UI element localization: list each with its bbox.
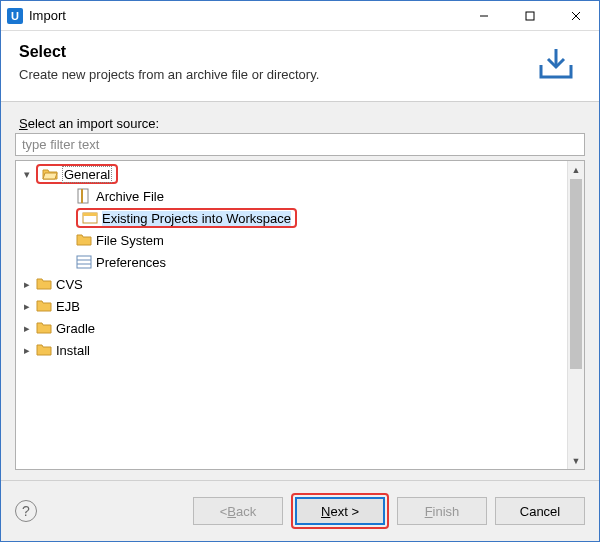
tree-node-ejb[interactable]: ▸ EJB <box>16 295 567 317</box>
folder-icon <box>36 276 52 292</box>
tree-label: Archive File <box>96 189 164 204</box>
tree-label: Install <box>56 343 90 358</box>
tree-label: File System <box>96 233 164 248</box>
highlight-general: General <box>36 164 118 184</box>
minimize-button[interactable] <box>461 1 507 30</box>
folder-icon <box>76 232 92 248</box>
wizard-content: Select an import source: ▾ General · Arc <box>1 102 599 480</box>
tree-label: CVS <box>56 277 83 292</box>
import-source-tree: ▾ General · Archive File · <box>15 160 585 470</box>
tree-label-general: General <box>62 166 112 183</box>
tree-node-existing-projects[interactable]: · Existing Projects into Workspace <box>16 207 567 229</box>
tree-node-gradle[interactable]: ▸ Gradle <box>16 317 567 339</box>
tree-label-existing-projects: Existing Projects into Workspace <box>102 211 291 226</box>
wizard-header: Select Create new projects from an archi… <box>1 31 599 102</box>
scroll-down-icon[interactable]: ▼ <box>568 452 584 469</box>
filter-text-input[interactable] <box>15 133 585 156</box>
next-button[interactable]: Next > <box>295 497 385 525</box>
tree-viewport[interactable]: ▾ General · Archive File · <box>16 161 567 469</box>
window-title: Import <box>29 8 461 23</box>
page-title: Select <box>19 43 521 61</box>
tree-node-cvs[interactable]: ▸ CVS <box>16 273 567 295</box>
maximize-button[interactable] <box>507 1 553 30</box>
tree-label: EJB <box>56 299 80 314</box>
wizard-footer: ? < Back Next > Finish Cancel <box>1 480 599 541</box>
tree-label: Gradle <box>56 321 95 336</box>
svg-rect-8 <box>77 256 91 268</box>
titlebar: U Import <box>1 1 599 31</box>
import-source-label: Select an import source: <box>19 116 581 131</box>
tree-label: Preferences <box>96 255 166 270</box>
import-banner-icon <box>531 43 581 83</box>
help-icon[interactable]: ? <box>15 500 37 522</box>
highlight-next-button: Next > <box>291 493 389 529</box>
tree-node-archive-file[interactable]: · Archive File <box>16 185 567 207</box>
vertical-scrollbar[interactable]: ▲ ▼ <box>567 161 584 469</box>
chevron-right-icon[interactable]: ▸ <box>20 322 34 335</box>
page-description: Create new projects from an archive file… <box>19 67 521 82</box>
svg-rect-5 <box>81 189 83 203</box>
chevron-down-icon[interactable]: ▾ <box>20 168 34 181</box>
scroll-up-icon[interactable]: ▲ <box>568 161 584 178</box>
preferences-icon <box>76 254 92 270</box>
tree-node-install[interactable]: ▸ Install <box>16 339 567 361</box>
open-folder-icon <box>42 166 58 182</box>
finish-button: Finish <box>397 497 487 525</box>
tree-node-file-system[interactable]: · File System <box>16 229 567 251</box>
app-icon: U <box>7 8 23 24</box>
window-controls <box>461 1 599 30</box>
archive-file-icon <box>76 188 92 204</box>
highlight-existing-projects: Existing Projects into Workspace <box>76 208 297 228</box>
chevron-right-icon[interactable]: ▸ <box>20 344 34 357</box>
scrollbar-thumb[interactable] <box>570 179 582 369</box>
chevron-right-icon[interactable]: ▸ <box>20 278 34 291</box>
projects-icon <box>82 210 98 226</box>
tree-node-preferences[interactable]: · Preferences <box>16 251 567 273</box>
svg-rect-7 <box>83 213 97 216</box>
tree-node-general[interactable]: ▾ General <box>16 163 567 185</box>
svg-rect-1 <box>526 12 534 20</box>
back-button: < Back <box>193 497 283 525</box>
folder-icon <box>36 320 52 336</box>
cancel-button[interactable]: Cancel <box>495 497 585 525</box>
folder-icon <box>36 342 52 358</box>
close-button[interactable] <box>553 1 599 30</box>
chevron-right-icon[interactable]: ▸ <box>20 300 34 313</box>
folder-icon <box>36 298 52 314</box>
